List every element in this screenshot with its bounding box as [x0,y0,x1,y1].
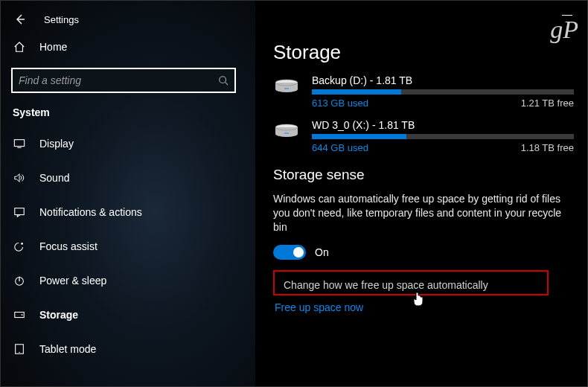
page-title: Storage [273,1,574,74]
drive-row[interactable]: WD 3_0 (X:) - 1.81 TB 644 GB used 1.18 T… [273,119,574,153]
drive-used-link[interactable]: 613 GB used [312,97,368,109]
sidebar-item-label: Tablet mode [39,343,96,355]
storage-sense-toggle-row: On [273,245,574,260]
change-free-space-link[interactable]: Change how we free up space automaticall… [284,279,538,291]
drive-usage-fill [312,89,401,95]
svg-point-3 [21,243,23,245]
search-input[interactable] [19,74,212,86]
svg-rect-2 [15,208,24,215]
back-button[interactable] [13,12,28,27]
search-container [1,62,255,99]
watermark: gP [550,16,578,44]
drive-free-text: 1.18 TB free [521,142,574,153]
titlebar: Settings [1,7,255,32]
drive-icon [273,121,300,141]
svg-point-6 [22,314,23,316]
drive-used-link[interactable]: 644 GB used [312,142,368,153]
home-icon [13,40,26,54]
drive-free-text: 1.21 TB free [521,97,574,109]
main-panel: — gP Storage Backup (D:) - 1.81 TB 613 G… [255,1,587,386]
svg-point-0 [220,77,226,83]
svg-rect-1 [14,140,24,147]
sidebar-item-label: Focus assist [39,240,98,252]
arrow-left-icon [14,13,26,25]
toggle-state-label: On [315,246,329,258]
tablet-icon [13,342,26,356]
sidebar-item-sound[interactable]: Sound [1,163,255,193]
drive-icon [273,76,300,97]
svg-rect-11 [284,88,289,89]
focus-assist-icon [13,240,26,253]
drive-usage-bar [312,134,574,139]
drive-usage-bar [312,89,574,95]
search-icon [218,75,229,86]
sidebar-item-tablet[interactable]: Tablet mode [1,334,255,364]
sidebar-item-label: Notifications & actions [39,206,142,218]
cursor-icon [412,291,425,307]
sidebar-item-notifications[interactable]: Notifications & actions [1,197,255,227]
drive-title: WD 3_0 (X:) - 1.81 TB [312,119,574,131]
storage-sense-description: Windows can automatically free up space … [273,192,563,234]
svg-point-8 [19,352,19,353]
svg-rect-14 [284,132,289,134]
sidebar-item-label: Display [39,138,74,150]
app-title: Settings [44,14,79,25]
sidebar-home-label: Home [39,41,67,53]
storage-icon [13,308,26,322]
change-free-space-highlight: Change how we free up space automaticall… [273,270,549,295]
sidebar: Settings Home System Display [1,1,255,386]
drive-title: Backup (D:) - 1.81 TB [312,74,574,86]
notifications-icon [13,205,26,219]
drive-usage-fill [312,134,406,139]
sidebar-home[interactable]: Home [1,32,255,62]
sidebar-item-label: Sound [39,172,69,184]
sidebar-item-storage[interactable]: Storage [1,300,255,330]
sidebar-item-label: Power & sleep [39,275,106,287]
sound-icon [13,171,26,185]
sidebar-item-focus[interactable]: Focus assist [1,231,255,261]
search-box[interactable] [11,68,236,93]
power-icon [13,274,26,287]
drive-body: WD 3_0 (X:) - 1.81 TB 644 GB used 1.18 T… [312,119,574,153]
drive-body: Backup (D:) - 1.81 TB 613 GB used 1.21 T… [312,74,574,109]
storage-sense-heading: Storage sense [273,167,574,183]
sidebar-item-power[interactable]: Power & sleep [1,266,255,295]
drive-row[interactable]: Backup (D:) - 1.81 TB 613 GB used 1.21 T… [273,74,574,109]
sidebar-item-label: Storage [39,309,78,321]
sidebar-nav: Display Sound Notifications & actions Fo… [1,129,255,364]
storage-sense-toggle[interactable] [273,245,306,260]
sidebar-category: System [1,99,255,126]
toggle-knob [293,247,304,258]
sidebar-item-display[interactable]: Display [1,129,255,159]
display-icon [13,137,26,150]
